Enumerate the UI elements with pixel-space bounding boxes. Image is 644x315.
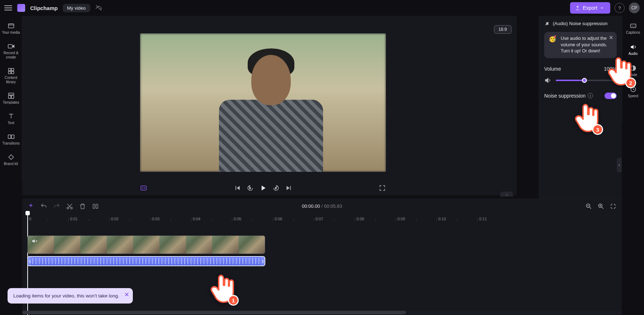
sidebar-item-label: Templates <box>3 100 19 105</box>
undo-icon[interactable] <box>40 203 47 210</box>
help-button[interactable]: ? <box>615 3 625 13</box>
svg-point-15 <box>547 24 548 25</box>
time-current: 00:00.00 <box>302 203 320 209</box>
tutorial-step-badge: 1 <box>228 295 239 306</box>
cut-icon[interactable] <box>66 203 73 210</box>
svg-rect-10 <box>11 135 14 138</box>
tick-label: 0 <box>29 217 31 221</box>
waveform <box>32 258 260 264</box>
tick-label: 0:06 <box>275 217 282 221</box>
mute-icon[interactable] <box>31 238 38 244</box>
audio-clip[interactable]: || || <box>27 256 265 266</box>
tutorial-pointer-1: 1 <box>209 273 234 305</box>
zoom-in-icon[interactable] <box>597 203 605 210</box>
svg-point-19 <box>67 207 69 209</box>
tick-label: 0:08 <box>356 217 364 221</box>
time-duration: 00:05.83 <box>324 203 342 209</box>
split-icon[interactable] <box>92 203 99 210</box>
zoom-out-icon[interactable] <box>585 203 592 210</box>
export-button[interactable]: Export <box>570 2 610 14</box>
right-rail-label: Audio <box>629 52 638 56</box>
sidebar-item-transitions[interactable]: Transitions <box>1 130 21 149</box>
tick-label: 0:11 <box>479 217 487 221</box>
cloud-off-icon <box>95 4 102 11</box>
clip-handle-left[interactable]: || <box>28 257 32 265</box>
sidebar-item-label: Text <box>8 121 14 125</box>
volume-row-label: Volume 100% <box>544 66 617 72</box>
svg-rect-8 <box>11 95 14 98</box>
sidebar-item-label: Record & create <box>1 51 21 60</box>
header-right: Export ? CP <box>570 2 640 14</box>
zoom-fit-icon[interactable] <box>610 203 617 210</box>
svg-rect-3 <box>11 69 14 71</box>
redo-icon[interactable] <box>53 203 60 210</box>
svg-point-20 <box>71 207 73 209</box>
svg-point-14 <box>545 24 546 25</box>
menu-button[interactable] <box>4 4 12 12</box>
svg-rect-21 <box>93 204 95 208</box>
sidebar-item-text[interactable]: Text <box>1 110 21 128</box>
tick-label: 0:05 <box>234 217 241 221</box>
sidebar-item-brand[interactable]: Brand kit <box>1 151 21 169</box>
panel-header: (Audio) Noise suppression <box>544 21 617 26</box>
sidebar-item-record[interactable]: Record & create <box>1 40 21 62</box>
sidebar-item-media[interactable]: Your media <box>1 19 21 38</box>
right-rail-label: Speed <box>628 94 638 98</box>
stage: 16:9 5 5 ⌄ <box>22 16 517 195</box>
left-rail: Your media Record & create Content libra… <box>0 16 22 181</box>
volume-control <box>544 77 617 84</box>
sidebar-item-label: Transitions <box>2 141 20 146</box>
aspect-ratio-button[interactable]: 16:9 <box>494 25 512 34</box>
close-icon[interactable]: ✕ <box>608 35 614 41</box>
svg-rect-2 <box>8 69 11 71</box>
svg-text:5: 5 <box>275 187 276 189</box>
ruler[interactable]: 00:010:020:030:040:050:060:070:080:090:1… <box>22 213 622 221</box>
party-emoji-icon: 🥳 <box>549 36 557 55</box>
svg-rect-7 <box>8 95 11 98</box>
fullscreen-icon[interactable] <box>379 184 386 192</box>
collapse-preview[interactable]: ⌄ <box>500 192 513 197</box>
delete-icon[interactable] <box>79 203 86 210</box>
tip-text: Use audio to adjust the volume of your s… <box>561 36 612 55</box>
video-clip[interactable] <box>27 235 265 254</box>
tick-label: 0:03 <box>152 217 159 221</box>
svg-rect-1 <box>8 44 12 48</box>
sidebar-item-content[interactable]: Content library <box>1 65 21 87</box>
video-title[interactable]: My video <box>63 4 90 12</box>
noise-suppression-toggle[interactable] <box>605 93 617 99</box>
close-icon[interactable]: ✕ <box>124 292 129 298</box>
noise-suppression-row: Noise suppression i <box>544 93 617 99</box>
sidebar-item-label: Brand kit <box>4 162 18 166</box>
svg-text:5: 5 <box>249 187 251 189</box>
tick-label: 0:02 <box>111 217 118 221</box>
video-preview[interactable] <box>140 33 386 172</box>
tutorial-step-badge: 2 <box>625 77 636 88</box>
svg-rect-4 <box>8 71 11 74</box>
tick-label: 0:09 <box>397 217 405 221</box>
info-icon[interactable]: i <box>588 93 593 98</box>
skip-forward-icon[interactable] <box>285 184 293 192</box>
timeline-bar: 00:00.00 / 00:05.83 <box>22 199 622 213</box>
rewind-5-icon[interactable]: 5 <box>247 184 254 192</box>
app-title: Clipchamp <box>30 5 58 11</box>
svg-rect-5 <box>11 71 14 74</box>
play-button[interactable] <box>260 184 267 192</box>
tick-label: 0:04 <box>193 217 200 221</box>
forward-5-icon[interactable]: 5 <box>272 184 280 192</box>
svg-rect-6 <box>8 93 14 95</box>
magic-icon[interactable] <box>27 203 34 210</box>
avatar[interactable]: CP <box>629 3 640 13</box>
player-controls: 5 5 <box>140 184 386 192</box>
timeline-time: 00:00.00 / 00:05.83 <box>302 203 342 209</box>
svg-rect-16 <box>630 24 636 28</box>
right-rail-captions[interactable]: Captions <box>623 19 643 38</box>
sidebar-item-templates[interactable]: Templates <box>1 89 21 108</box>
toast: Loading items for your video, this won't… <box>8 288 133 304</box>
clip-handle-right[interactable]: || <box>261 257 265 265</box>
collapse-right-panel[interactable]: ‹ <box>617 158 622 172</box>
enhance-icon[interactable] <box>140 184 147 192</box>
timeline-scrollbar[interactable] <box>22 311 622 314</box>
volume-label: Volume <box>544 66 561 72</box>
speaker-icon[interactable] <box>544 77 551 84</box>
skip-back-icon[interactable] <box>234 184 241 192</box>
